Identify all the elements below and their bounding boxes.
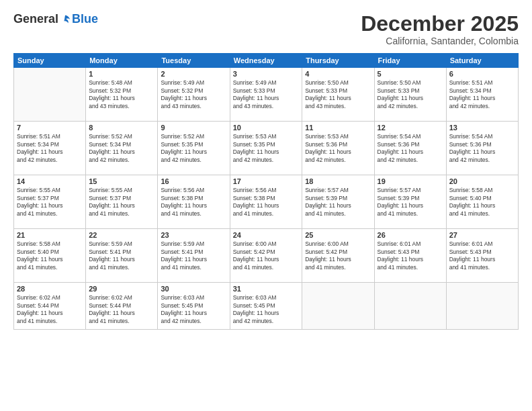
calendar-cell: 1Sunrise: 5:48 AM Sunset: 5:32 PM Daylig… bbox=[86, 68, 158, 122]
col-header-sunday: Sunday bbox=[14, 54, 86, 68]
calendar-cell: 4Sunrise: 5:50 AM Sunset: 5:33 PM Daylig… bbox=[302, 68, 374, 122]
col-header-saturday: Saturday bbox=[446, 54, 518, 68]
day-info: Sunrise: 5:57 AM Sunset: 5:39 PM Dayligh… bbox=[378, 187, 443, 218]
calendar-cell: 27Sunrise: 6:01 AM Sunset: 5:43 PM Dayli… bbox=[446, 229, 518, 283]
day-info: Sunrise: 5:49 AM Sunset: 5:32 PM Dayligh… bbox=[161, 79, 226, 110]
day-info: Sunrise: 5:56 AM Sunset: 5:38 PM Dayligh… bbox=[233, 187, 300, 218]
day-info: Sunrise: 5:57 AM Sunset: 5:39 PM Dayligh… bbox=[305, 187, 371, 218]
day-number: 4 bbox=[305, 70, 371, 78]
day-number: 22 bbox=[89, 231, 154, 239]
day-info: Sunrise: 6:01 AM Sunset: 5:43 PM Dayligh… bbox=[449, 240, 515, 271]
day-info: Sunrise: 5:58 AM Sunset: 5:40 PM Dayligh… bbox=[17, 240, 83, 271]
header: General Blue December 2025 California, S… bbox=[13, 12, 519, 46]
day-number: 21 bbox=[17, 231, 83, 239]
week-row-5: 28Sunrise: 6:02 AM Sunset: 5:44 PM Dayli… bbox=[14, 283, 519, 330]
calendar-cell bbox=[14, 68, 86, 122]
calendar-cell: 12Sunrise: 5:54 AM Sunset: 5:36 PM Dayli… bbox=[374, 122, 446, 175]
day-number: 1 bbox=[89, 70, 154, 78]
day-info: Sunrise: 5:58 AM Sunset: 5:40 PM Dayligh… bbox=[449, 187, 515, 218]
calendar-cell: 28Sunrise: 6:02 AM Sunset: 5:44 PM Dayli… bbox=[14, 283, 86, 330]
day-number: 31 bbox=[233, 285, 300, 293]
day-number: 19 bbox=[378, 177, 443, 185]
day-info: Sunrise: 5:48 AM Sunset: 5:32 PM Dayligh… bbox=[89, 79, 154, 110]
day-number: 5 bbox=[378, 70, 443, 78]
day-number: 23 bbox=[161, 231, 226, 239]
col-header-thursday: Thursday bbox=[302, 54, 374, 68]
calendar-cell bbox=[446, 283, 518, 330]
calendar-cell: 9Sunrise: 5:52 AM Sunset: 5:35 PM Daylig… bbox=[158, 122, 230, 175]
calendar-cell: 31Sunrise: 6:03 AM Sunset: 5:45 PM Dayli… bbox=[230, 283, 302, 330]
day-number: 25 bbox=[305, 231, 371, 239]
day-info: Sunrise: 5:55 AM Sunset: 5:37 PM Dayligh… bbox=[89, 187, 154, 218]
day-number: 9 bbox=[161, 124, 226, 132]
week-row-1: 1Sunrise: 5:48 AM Sunset: 5:32 PM Daylig… bbox=[14, 68, 519, 122]
col-header-tuesday: Tuesday bbox=[158, 54, 230, 68]
day-info: Sunrise: 6:03 AM Sunset: 5:45 PM Dayligh… bbox=[233, 294, 300, 325]
day-number: 11 bbox=[305, 124, 371, 132]
day-number: 24 bbox=[233, 231, 300, 239]
day-info: Sunrise: 5:51 AM Sunset: 5:34 PM Dayligh… bbox=[17, 133, 83, 164]
day-number: 12 bbox=[378, 124, 443, 132]
calendar-cell: 24Sunrise: 6:00 AM Sunset: 5:42 PM Dayli… bbox=[230, 229, 302, 283]
day-info: Sunrise: 6:00 AM Sunset: 5:42 PM Dayligh… bbox=[305, 240, 371, 271]
day-info: Sunrise: 5:51 AM Sunset: 5:34 PM Dayligh… bbox=[449, 79, 515, 110]
day-number: 26 bbox=[378, 231, 443, 239]
col-header-monday: Monday bbox=[86, 54, 158, 68]
calendar-cell: 30Sunrise: 6:03 AM Sunset: 5:45 PM Dayli… bbox=[158, 283, 230, 330]
day-info: Sunrise: 5:50 AM Sunset: 5:33 PM Dayligh… bbox=[305, 79, 371, 110]
day-info: Sunrise: 6:01 AM Sunset: 5:43 PM Dayligh… bbox=[378, 240, 443, 271]
logo-bird-icon bbox=[59, 13, 71, 26]
title-block: December 2025 California, Santander, Col… bbox=[361, 12, 519, 46]
calendar-cell: 17Sunrise: 5:56 AM Sunset: 5:38 PM Dayli… bbox=[230, 175, 302, 229]
week-row-2: 7Sunrise: 5:51 AM Sunset: 5:34 PM Daylig… bbox=[14, 122, 519, 175]
calendar-cell: 18Sunrise: 5:57 AM Sunset: 5:39 PM Dayli… bbox=[302, 175, 374, 229]
day-info: Sunrise: 5:53 AM Sunset: 5:35 PM Dayligh… bbox=[233, 133, 300, 164]
day-number: 8 bbox=[89, 124, 154, 132]
day-info: Sunrise: 5:52 AM Sunset: 5:34 PM Dayligh… bbox=[89, 133, 154, 164]
day-number: 28 bbox=[17, 285, 83, 293]
week-row-3: 14Sunrise: 5:55 AM Sunset: 5:37 PM Dayli… bbox=[14, 175, 519, 229]
day-number: 20 bbox=[449, 177, 515, 185]
logo-text: General Blue bbox=[13, 12, 98, 26]
calendar-cell: 3Sunrise: 5:49 AM Sunset: 5:33 PM Daylig… bbox=[230, 68, 302, 122]
col-header-friday: Friday bbox=[374, 54, 446, 68]
day-info: Sunrise: 5:54 AM Sunset: 5:36 PM Dayligh… bbox=[449, 133, 515, 164]
logo: General Blue bbox=[13, 12, 98, 26]
calendar-cell: 6Sunrise: 5:51 AM Sunset: 5:34 PM Daylig… bbox=[446, 68, 518, 122]
day-info: Sunrise: 6:02 AM Sunset: 5:44 PM Dayligh… bbox=[17, 294, 83, 325]
calendar-cell: 15Sunrise: 5:55 AM Sunset: 5:37 PM Dayli… bbox=[86, 175, 158, 229]
day-number: 17 bbox=[233, 177, 300, 185]
calendar-header-row: SundayMondayTuesdayWednesdayThursdayFrid… bbox=[14, 54, 519, 68]
day-info: Sunrise: 6:00 AM Sunset: 5:42 PM Dayligh… bbox=[233, 240, 300, 271]
day-number: 6 bbox=[449, 70, 515, 78]
day-info: Sunrise: 5:55 AM Sunset: 5:37 PM Dayligh… bbox=[17, 187, 83, 218]
calendar-cell: 11Sunrise: 5:53 AM Sunset: 5:36 PM Dayli… bbox=[302, 122, 374, 175]
calendar-cell: 10Sunrise: 5:53 AM Sunset: 5:35 PM Dayli… bbox=[230, 122, 302, 175]
calendar-cell: 22Sunrise: 5:59 AM Sunset: 5:41 PM Dayli… bbox=[86, 229, 158, 283]
calendar-cell: 20Sunrise: 5:58 AM Sunset: 5:40 PM Dayli… bbox=[446, 175, 518, 229]
calendar-cell: 23Sunrise: 5:59 AM Sunset: 5:41 PM Dayli… bbox=[158, 229, 230, 283]
day-info: Sunrise: 5:52 AM Sunset: 5:35 PM Dayligh… bbox=[161, 133, 226, 164]
day-number: 3 bbox=[233, 70, 300, 78]
logo-general: General bbox=[13, 12, 58, 26]
week-row-4: 21Sunrise: 5:58 AM Sunset: 5:40 PM Dayli… bbox=[14, 229, 519, 283]
day-number: 2 bbox=[161, 70, 226, 78]
calendar-cell: 25Sunrise: 6:00 AM Sunset: 5:42 PM Dayli… bbox=[302, 229, 374, 283]
page: General Blue December 2025 California, S… bbox=[0, 0, 532, 411]
day-info: Sunrise: 6:02 AM Sunset: 5:44 PM Dayligh… bbox=[89, 294, 154, 325]
calendar-cell: 5Sunrise: 5:50 AM Sunset: 5:33 PM Daylig… bbox=[374, 68, 446, 122]
day-info: Sunrise: 5:49 AM Sunset: 5:33 PM Dayligh… bbox=[233, 79, 300, 110]
calendar-cell: 13Sunrise: 5:54 AM Sunset: 5:36 PM Dayli… bbox=[446, 122, 518, 175]
day-number: 13 bbox=[449, 124, 515, 132]
day-info: Sunrise: 5:59 AM Sunset: 5:41 PM Dayligh… bbox=[161, 240, 226, 271]
calendar-cell: 21Sunrise: 5:58 AM Sunset: 5:40 PM Dayli… bbox=[14, 229, 86, 283]
calendar-cell: 16Sunrise: 5:56 AM Sunset: 5:38 PM Dayli… bbox=[158, 175, 230, 229]
day-info: Sunrise: 5:54 AM Sunset: 5:36 PM Dayligh… bbox=[378, 133, 443, 164]
day-number: 14 bbox=[17, 177, 83, 185]
day-info: Sunrise: 5:53 AM Sunset: 5:36 PM Dayligh… bbox=[305, 133, 371, 164]
day-number: 30 bbox=[161, 285, 226, 293]
day-info: Sunrise: 6:03 AM Sunset: 5:45 PM Dayligh… bbox=[161, 294, 226, 325]
calendar-table: SundayMondayTuesdayWednesdayThursdayFrid… bbox=[13, 53, 519, 330]
month-title: December 2025 bbox=[361, 12, 519, 36]
calendar-cell: 26Sunrise: 6:01 AM Sunset: 5:43 PM Dayli… bbox=[374, 229, 446, 283]
